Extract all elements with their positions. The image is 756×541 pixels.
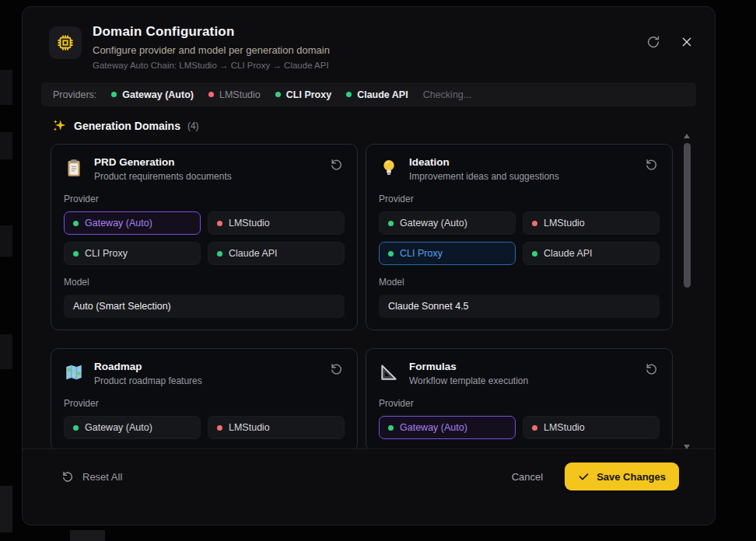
domain-subtitle: Product requirements documents xyxy=(94,171,232,182)
provider-option-claudeapi[interactable]: Claude API xyxy=(208,242,345,265)
domain-subtitle: Workflow template execution xyxy=(409,375,528,386)
online-status-dot xyxy=(111,92,117,97)
online-status-dot xyxy=(388,251,394,257)
scroll-down-arrow-icon[interactable] xyxy=(684,445,690,449)
section-count: (4) xyxy=(187,120,199,131)
lightbulb-icon xyxy=(379,158,399,178)
checking-status-text: Checking... xyxy=(423,89,472,100)
provider-status-gateway: Gateway (Auto) xyxy=(111,89,194,100)
vertical-scrollbar[interactable] xyxy=(684,134,691,449)
model-select[interactable]: Auto (Smart Selection) xyxy=(64,295,345,318)
triangle-ruler-icon xyxy=(379,362,399,382)
background-remnant xyxy=(0,486,12,532)
background-remnant xyxy=(0,334,12,369)
provider-status-claudeapi: Claude API xyxy=(346,89,408,100)
provider-option-claudeapi[interactable]: Claude API xyxy=(523,242,660,265)
provider-option-lmstudio[interactable]: LMStudio xyxy=(523,211,660,235)
online-status-dot xyxy=(217,251,222,257)
dialog-title: Domain Configuration xyxy=(93,24,330,40)
background-remnant xyxy=(0,225,12,257)
offline-status-dot xyxy=(217,425,222,431)
close-icon[interactable] xyxy=(681,36,693,48)
domain-title: PRD Generation xyxy=(94,156,232,168)
dialog-subtitle: Configure provider and model per generat… xyxy=(93,44,330,56)
refresh-icon[interactable] xyxy=(646,35,660,49)
background-remnant xyxy=(0,132,12,159)
offline-status-dot xyxy=(532,425,537,431)
provider-status-cliproxy: CLI Proxy xyxy=(275,89,331,100)
domain-title: Roadmap xyxy=(94,361,202,372)
offline-status-dot xyxy=(208,92,214,97)
scrollbar-thumb[interactable] xyxy=(684,143,691,288)
save-changes-label: Save Changes xyxy=(597,471,666,483)
domain-card-roadmap: Roadmap Product roadmap features Provide… xyxy=(51,348,358,449)
dialog-header: Domain Configuration Configure provider … xyxy=(23,7,715,82)
offline-status-dot xyxy=(217,221,222,226)
dialog-actions xyxy=(646,35,693,49)
undo-icon xyxy=(61,470,74,483)
undo-icon[interactable] xyxy=(328,361,345,377)
undo-icon[interactable] xyxy=(643,156,660,173)
online-status-dot xyxy=(388,425,394,431)
provider-option-gateway[interactable]: Gateway (Auto) xyxy=(64,211,201,235)
model-label: Model xyxy=(379,277,660,288)
reset-all-label: Reset All xyxy=(82,471,122,483)
provider-option-gateway[interactable]: Gateway (Auto) xyxy=(379,416,516,439)
online-status-dot xyxy=(346,92,352,97)
undo-icon[interactable] xyxy=(643,361,660,377)
gateway-chain-text: Gateway Auto Chain: LMStudio → CLI Proxy… xyxy=(93,61,330,70)
provider-label: Provider xyxy=(64,398,345,409)
domain-card-ideation: Ideation Improvement ideas and suggestio… xyxy=(366,144,673,330)
domain-subtitle: Improvement ideas and suggestions xyxy=(409,171,559,182)
check-icon xyxy=(578,471,590,483)
chip-icon xyxy=(49,26,82,59)
provider-label: Provider xyxy=(379,398,660,409)
offline-status-dot xyxy=(532,221,537,226)
map-icon xyxy=(64,362,84,382)
cancel-button[interactable]: Cancel xyxy=(512,462,543,490)
online-status-dot xyxy=(388,221,394,226)
domain-subtitle: Product roadmap features xyxy=(94,375,202,386)
dialog-title-block: Domain Configuration Configure provider … xyxy=(93,24,330,70)
background-remnant xyxy=(0,70,12,105)
provider-option-lmstudio[interactable]: LMStudio xyxy=(208,211,345,235)
domain-card-formulas: Formulas Workflow template execution Pro… xyxy=(366,348,673,449)
provider-label: Provider xyxy=(379,194,660,204)
providers-label: Providers: xyxy=(53,89,96,100)
model-label: Model xyxy=(64,277,345,288)
provider-option-lmstudio[interactable]: LMStudio xyxy=(208,416,345,439)
reset-all-button[interactable]: Reset All xyxy=(61,462,122,490)
section-header: Generation Domains (4) xyxy=(52,118,673,133)
background-remnant xyxy=(70,530,105,541)
provider-option-gateway[interactable]: Gateway (Auto) xyxy=(64,416,201,439)
provider-label: Provider xyxy=(64,194,345,204)
provider-option-cliproxy[interactable]: CLI Proxy xyxy=(379,242,516,265)
online-status-dot xyxy=(275,92,281,97)
provider-option-cliproxy[interactable]: CLI Proxy xyxy=(64,242,201,265)
domain-card-prd-generation: PRD Generation Product requirements docu… xyxy=(51,144,358,330)
provider-status-lmstudio: LMStudio xyxy=(208,89,261,100)
clipboard-icon xyxy=(64,158,84,178)
online-status-dot xyxy=(73,221,79,226)
domain-cards-grid: PRD Generation Product requirements docu… xyxy=(51,144,673,449)
online-status-dot xyxy=(532,251,537,257)
online-status-dot xyxy=(73,425,79,431)
providers-status-bar: Providers: Gateway (Auto) LMStudio CLI P… xyxy=(41,82,696,106)
sparkles-icon xyxy=(52,118,67,133)
section-title: Generation Domains xyxy=(74,120,180,132)
domain-configuration-dialog: Domain Configuration Configure provider … xyxy=(22,6,716,525)
provider-option-gateway[interactable]: Gateway (Auto) xyxy=(379,211,516,235)
provider-option-lmstudio[interactable]: LMStudio xyxy=(523,416,660,439)
domains-scroll-area: Generation Domains (4) PRD G xyxy=(23,106,715,449)
domain-title: Ideation xyxy=(409,156,559,168)
dialog-footer: Reset All Cancel Save Changes xyxy=(23,449,715,525)
undo-icon[interactable] xyxy=(328,156,345,173)
domain-title: Formulas xyxy=(409,361,528,372)
save-changes-button[interactable]: Save Changes xyxy=(565,462,679,490)
scroll-up-arrow-icon[interactable] xyxy=(684,134,690,138)
model-select[interactable]: Claude Sonnet 4.5 xyxy=(379,295,660,318)
online-status-dot xyxy=(73,251,79,257)
